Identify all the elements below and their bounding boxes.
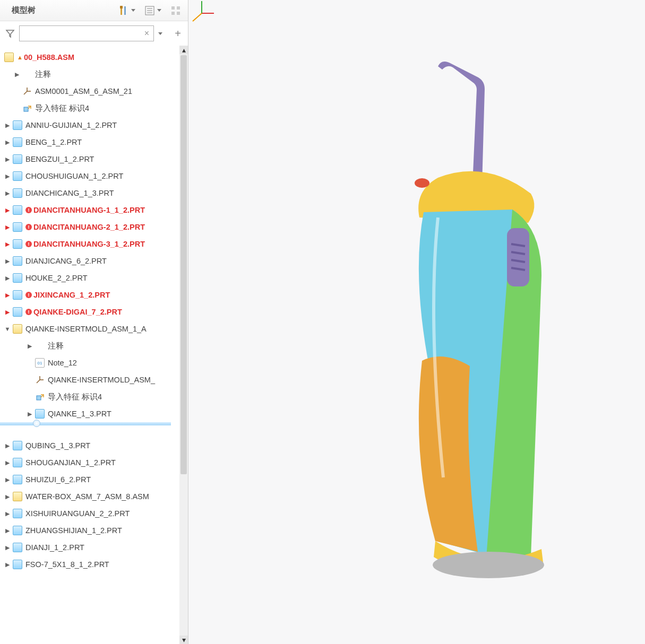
clear-search-icon[interactable]: ×	[143, 29, 150, 38]
tree-item[interactable]: ASM0001_ASM_6_ASM_21	[0, 83, 179, 100]
tree-item[interactable]: DIANJICANG_6_2.PRT	[0, 253, 179, 269]
panel-title: 模型树	[12, 5, 115, 15]
expander-icon[interactable]	[3, 308, 12, 316]
expander-icon[interactable]	[3, 475, 12, 484]
expander-icon[interactable]	[3, 155, 12, 163]
expander-icon[interactable]	[25, 342, 34, 350]
expander-icon[interactable]	[3, 441, 12, 450]
expander-icon[interactable]	[3, 560, 12, 569]
expander-icon[interactable]	[3, 526, 12, 535]
blank-icon	[35, 341, 45, 351]
3d-viewport[interactable]	[188, 0, 645, 644]
tree-item[interactable]: ! DIANCITANHUANG-2_1_2.PRT	[0, 219, 179, 236]
error-badge: !	[25, 309, 32, 315]
tree-item-label: WATER-BOX_ASM_7_ASM_8.ASM	[25, 492, 149, 501]
expander-icon[interactable]	[13, 70, 21, 79]
tools-dropdown[interactable]	[131, 9, 135, 12]
tree-item-label: DIANCITANHUANG-3_1_2.PRT	[33, 240, 145, 248]
expander-icon[interactable]	[3, 206, 12, 214]
filter-icon[interactable]	[4, 28, 16, 39]
tree-item[interactable]: ! JIXINCANG_1_2.PRT	[0, 286, 179, 303]
warning-badge: ▲	[17, 54, 23, 60]
assembly-icon	[13, 324, 22, 334]
scroll-down-icon[interactable]: ▾	[179, 636, 188, 644]
search-input[interactable]	[23, 29, 143, 38]
tree-item[interactable]: 注释	[0, 66, 179, 83]
expander-icon[interactable]	[3, 509, 12, 518]
error-badge: !	[25, 224, 32, 230]
tree-item[interactable]: DIANJI_1_2.PRT	[0, 539, 179, 556]
list-dropdown[interactable]	[157, 9, 161, 12]
tree-item[interactable]: ! QIANKE-DIGAI_7_2.PRT	[0, 303, 179, 320]
expander-icon[interactable]	[3, 172, 12, 180]
expander-icon[interactable]	[3, 189, 12, 197]
tree-item-label: FSO-7_5X1_8_1_2.PRT	[25, 560, 109, 569]
tree-item-label: SHUIZUI_6_2.PRT	[25, 475, 91, 484]
tree-item-label: 导入特征 标识4	[35, 103, 89, 114]
tools-icon[interactable]	[117, 4, 131, 18]
tree-root[interactable]: ▲ 00_H588.ASM	[0, 49, 179, 66]
part-icon	[13, 222, 22, 232]
part-icon	[13, 307, 22, 317]
list-settings-icon[interactable]	[143, 4, 157, 18]
part-icon	[13, 171, 22, 181]
tree-item[interactable]: HOUKE_2_2.PRT	[0, 269, 179, 286]
tree-item-label: XISHUIRUANGUAN_2_2.PRT	[25, 509, 130, 518]
tree-item-label: QIANKE-DIGAI_7_2.PRT	[33, 308, 122, 316]
tree-item-label: QIANKE_1_3.PRT	[48, 410, 111, 418]
model-tree-panel: 模型树 × + ▲ 00_H588.ASM	[0, 0, 188, 644]
svg-rect-8	[177, 6, 180, 10]
search-dropdown[interactable]	[158, 32, 162, 35]
tree-item[interactable]: CHOUSHUIGUAN_1_2.PRT	[0, 168, 179, 185]
tree-item[interactable]: WATER-BOX_ASM_7_ASM_8.ASM	[0, 488, 179, 505]
expander-icon[interactable]	[3, 240, 12, 248]
tree-settings-icon[interactable]	[169, 4, 183, 18]
svg-line-29	[193, 13, 202, 21]
tree-item[interactable]: ZHUANGSHIJIAN_1_2.PRT	[0, 522, 179, 539]
scrollbar[interactable]: ▴ ▾	[179, 46, 188, 644]
tree-item[interactable]: QIANKE-INSERTMOLD_ASM_1_A	[0, 320, 179, 337]
svg-rect-22	[507, 228, 529, 286]
expander-icon[interactable]	[3, 291, 12, 299]
add-button[interactable]: +	[172, 28, 184, 40]
expander-icon[interactable]	[3, 543, 12, 552]
expander-icon[interactable]	[3, 492, 12, 501]
blank-icon	[22, 69, 32, 79]
svg-line-17	[37, 380, 40, 383]
expander-icon[interactable]	[3, 138, 12, 146]
part-icon	[13, 441, 22, 450]
tree-item[interactable]: ! DIANCITANHUANG-3_1_2.PRT	[0, 236, 179, 253]
tree-item[interactable]: FSO-7_5X1_8_1_2.PRT	[0, 556, 179, 573]
split-thumb[interactable]	[33, 420, 40, 427]
part-icon	[13, 526, 22, 535]
tree-item[interactable]: ! DIANCITANHUANG-1_1_2.PRT	[0, 202, 179, 219]
tree-item[interactable]: DIANCHICANG_1_3.PRT	[0, 185, 179, 202]
tree-item[interactable]: XISHUIRUANGUAN_2_2.PRT	[0, 505, 179, 522]
expander-icon[interactable]	[3, 458, 12, 467]
tree-item[interactable]: 导入特征 标识4	[0, 388, 179, 405]
expander-icon[interactable]	[3, 121, 12, 129]
expander-icon[interactable]	[3, 257, 12, 265]
tree-item[interactable]: QIANKE_1_3.PRT	[0, 405, 179, 422]
tree-item[interactable]: 01 Note_12	[0, 354, 179, 371]
scroll-up-icon[interactable]: ▴	[179, 46, 188, 54]
tree-item[interactable]: BENG_1_2.PRT	[0, 134, 179, 151]
expander-icon[interactable]	[25, 410, 34, 418]
tree-item[interactable]: 导入特征 标识4	[0, 100, 179, 117]
tree-item[interactable]: ANNIU-GUIJIAN_1_2.PRT	[0, 117, 179, 134]
tree-item[interactable]: SHOUGANJIAN_1_2.PRT	[0, 454, 179, 471]
part-icon	[13, 239, 22, 249]
tree-split-bar[interactable]	[0, 422, 171, 425]
tree-item[interactable]: SHUIZUI_6_2.PRT	[0, 471, 179, 488]
part-icon	[13, 458, 22, 467]
tree-item[interactable]: 注释	[0, 337, 179, 354]
tree-item[interactable]: QIANKE-INSERTMOLD_ASM_	[0, 371, 179, 388]
tree-item-label: JIXINCANG_1_2.PRT	[33, 291, 110, 299]
expander-icon[interactable]	[3, 325, 12, 333]
tree-item[interactable]: QUBING_1_3.PRT	[0, 437, 179, 454]
expander-icon[interactable]	[3, 274, 12, 282]
expander-icon[interactable]	[3, 223, 12, 231]
tree-item-label: BENG_1_2.PRT	[25, 138, 82, 146]
scroll-thumb[interactable]	[180, 55, 187, 474]
tree-item[interactable]: BENGZUI_1_2.PRT	[0, 151, 179, 168]
